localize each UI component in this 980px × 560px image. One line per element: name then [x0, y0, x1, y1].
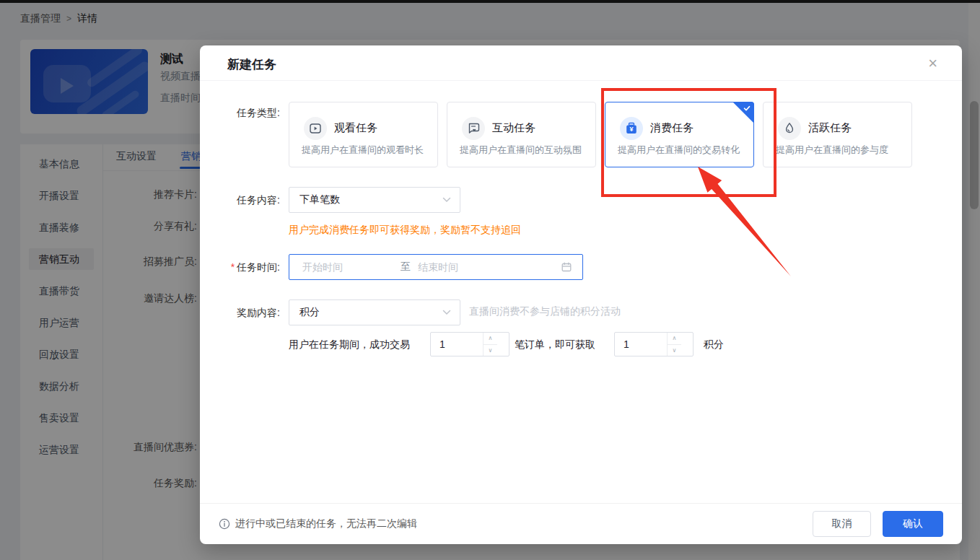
modal-title: 新建任务 — [227, 56, 276, 73]
task-card-name: 观看任务 — [334, 121, 377, 135]
task-card-name: 活跃任务 — [808, 121, 852, 135]
step-down-icon[interactable]: ∨ — [668, 345, 681, 356]
flame-icon — [778, 117, 801, 140]
chat-heart-icon — [462, 117, 485, 140]
task-card-interaction[interactable]: 互动任务 提高用户在直播间的互动氛围 — [447, 102, 596, 167]
rule-middle-text: 笔订单，即可获取 — [515, 337, 595, 351]
confirm-button[interactable]: 确认 — [883, 511, 943, 537]
task-time-label: *任务时间: — [200, 260, 280, 274]
task-card-name: 消费任务 — [650, 121, 694, 135]
rule-suffix-text: 积分 — [704, 337, 724, 351]
calendar-icon[interactable] — [561, 261, 572, 273]
task-card-desc: 提高用户在直播间的参与度 — [776, 144, 888, 157]
task-content-select[interactable]: 下单笔数 — [289, 187, 460, 213]
start-time-input[interactable] — [292, 261, 401, 273]
check-icon — [743, 104, 751, 113]
step-down-icon[interactable]: ∨ — [484, 345, 497, 356]
task-card-name: 互动任务 — [492, 121, 535, 135]
video-play-icon — [304, 117, 327, 140]
new-task-modal: 新建任务 × 任务类型: 观看任务 提高用户在直播间的观看时长 互动任务 提高用… — [200, 45, 962, 544]
task-content-label: 任务内容: — [200, 193, 280, 207]
reward-content-value: 积分 — [299, 306, 442, 319]
footer-note-text: 进行中或已结束的任务，无法再二次编辑 — [235, 517, 417, 530]
money-box-icon: ¥ — [620, 117, 643, 140]
close-icon[interactable]: × — [928, 56, 937, 71]
order-count-stepper[interactable]: ∧ ∨ — [430, 332, 509, 356]
step-up-icon[interactable]: ∧ — [668, 333, 681, 345]
screen: 直播管理 > 详情 测试 视频直播 直播时间 基本信息 开播设置 直播装修 营销… — [0, 0, 980, 560]
svg-text:¥: ¥ — [629, 126, 633, 133]
order-count-input[interactable] — [431, 333, 483, 356]
footer-note: 进行中或已结束的任务，无法再二次编辑 — [219, 517, 417, 530]
reward-warning-text: 用户完成消费任务即可获得奖励，奖励暂不支持追回 — [289, 224, 521, 237]
reward-hint-text: 直播间消费不参与店铺的积分活动 — [469, 305, 621, 318]
task-card-consumption[interactable]: ¥ 消费任务 提高用户在直播间的交易转化 — [605, 102, 754, 167]
task-type-label: 任务类型: — [200, 105, 280, 120]
task-card-desc: 提高用户在直播间的交易转化 — [618, 144, 740, 157]
required-asterisk: * — [231, 261, 235, 273]
reward-content-select[interactable]: 积分 — [289, 299, 460, 325]
task-card-active[interactable]: 活跃任务 提高用户在直播间的参与度 — [763, 102, 912, 167]
chevron-down-icon — [442, 197, 451, 203]
reward-content-label: 奖励内容: — [200, 305, 280, 320]
task-card-watch[interactable]: 观看任务 提高用户在直播间的观看时长 — [289, 102, 438, 167]
task-card-desc: 提高用户在直播间的观看时长 — [302, 144, 424, 157]
step-up-icon[interactable]: ∧ — [484, 333, 497, 345]
range-separator: 至 — [401, 261, 411, 274]
task-card-desc: 提高用户在直播间的互动氛围 — [460, 144, 582, 157]
modal-footer: 进行中或已结束的任务，无法再二次编辑 取消 确认 — [200, 503, 962, 544]
end-time-input[interactable] — [415, 261, 561, 273]
info-icon — [219, 518, 230, 530]
cancel-button[interactable]: 取消 — [813, 511, 871, 537]
task-time-range-picker[interactable]: 至 — [289, 254, 583, 280]
modal-header-divider — [200, 80, 962, 81]
chevron-down-icon — [442, 310, 451, 315]
points-count-stepper[interactable]: ∧ ∨ — [614, 332, 694, 356]
points-count-input[interactable] — [615, 333, 667, 356]
rule-prefix-text: 用户在任务期间，成功交易 — [289, 337, 410, 351]
task-content-value: 下单笔数 — [299, 193, 442, 206]
